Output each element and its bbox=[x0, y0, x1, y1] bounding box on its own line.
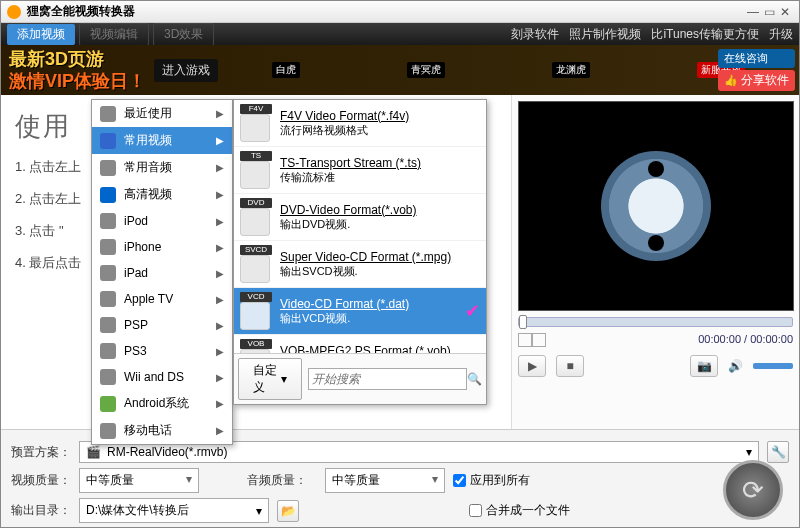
consult-button[interactable]: 在线咨询 bbox=[718, 49, 795, 68]
link-itunes[interactable]: 比iTunes传输更方便 bbox=[651, 26, 759, 43]
snapshot-button[interactable]: 📷 bbox=[690, 355, 718, 377]
chevron-down-icon: ▾ bbox=[281, 372, 287, 386]
share-button[interactable]: 👍 分享软件 bbox=[718, 70, 795, 91]
banner-line2: 激情VIP体验日！ bbox=[9, 70, 146, 92]
menu-item-ipod[interactable]: iPod▶ bbox=[92, 208, 232, 234]
open-folder-button[interactable]: 📂 bbox=[277, 500, 299, 522]
chevron-down-icon: ▾ bbox=[746, 445, 752, 459]
minimize-button[interactable]: — bbox=[745, 5, 761, 19]
menu-item-mobile[interactable]: 移动电话▶ bbox=[92, 417, 232, 444]
menu-item-psp[interactable]: PSP▶ bbox=[92, 312, 232, 338]
hd-icon bbox=[100, 187, 116, 203]
preview-panel bbox=[518, 101, 794, 311]
audio-icon bbox=[100, 160, 116, 176]
menu-item-appletv[interactable]: Apple TV▶ bbox=[92, 286, 232, 312]
chevron-down-icon: ▾ bbox=[256, 504, 262, 518]
menu-item-common-video[interactable]: 常用视频▶ bbox=[92, 127, 232, 154]
realvideo-icon: 🎬 bbox=[86, 445, 101, 459]
banner-enter-button[interactable]: 进入游戏 bbox=[154, 59, 218, 82]
appletv-icon bbox=[100, 291, 116, 307]
iphone-icon bbox=[100, 239, 116, 255]
menu-item-recent[interactable]: 最近使用▶ bbox=[92, 100, 232, 127]
settings-button[interactable]: 🔧 bbox=[767, 441, 789, 463]
close-button[interactable]: ✕ bbox=[777, 5, 793, 19]
search-icon[interactable]: 🔍 bbox=[467, 372, 482, 386]
format-menu: F4VF4V Video Format(*.f4v)流行网络视频格式 TSTS-… bbox=[233, 99, 487, 405]
ps3-icon bbox=[100, 343, 116, 359]
format-icon bbox=[240, 161, 270, 189]
video-icon bbox=[100, 133, 116, 149]
video-quality-dropdown[interactable]: 中等质量▾ bbox=[79, 468, 199, 493]
maximize-button[interactable]: ▭ bbox=[761, 5, 777, 19]
ad-banner: 最新3D页游 激情VIP体验日！ 进入游戏 白虎 青冥虎 龙渊虎 新服开放 在线… bbox=[1, 45, 799, 95]
search-input[interactable] bbox=[308, 368, 467, 390]
audio-quality-dropdown[interactable]: 中等质量▾ bbox=[325, 468, 445, 493]
convert-button[interactable]: ⟳ bbox=[723, 460, 783, 520]
ipod-icon bbox=[100, 213, 116, 229]
menu-item-iphone[interactable]: iPhone▶ bbox=[92, 234, 232, 260]
output-path-field[interactable]: D:\媒体文件\转换后▾ bbox=[79, 498, 269, 523]
toolbar: 添加视频 视频编辑 3D效果 刻录软件 照片制作视频 比iTunes传输更方便 … bbox=[1, 23, 799, 45]
menu-item-wii[interactable]: Wii and DS▶ bbox=[92, 364, 232, 390]
volume-icon[interactable]: 🔊 bbox=[728, 359, 743, 373]
beast-tag: 青冥虎 bbox=[407, 62, 445, 78]
chevron-down-icon: ▾ bbox=[186, 472, 192, 489]
stop-button[interactable]: ■ bbox=[556, 355, 584, 377]
format-item-selected[interactable]: VCDVideo-CD Format (*.dat)输出VCD视频.✔ bbox=[234, 288, 486, 335]
format-item[interactable]: TSTS-Transport Stream (*.ts)传输流标准 bbox=[234, 147, 486, 194]
wii-icon bbox=[100, 369, 116, 385]
format-item[interactable]: F4VF4V Video Format(*.f4v)流行网络视频格式 bbox=[234, 100, 486, 147]
format-item[interactable]: SVCDSuper Video-CD Format (*.mpg)输出SVCD视… bbox=[234, 241, 486, 288]
time-display: 00:00:00 / 00:00:00 bbox=[698, 333, 793, 347]
link-upgrade[interactable]: 升级 bbox=[769, 26, 793, 43]
ipad-icon bbox=[100, 265, 116, 281]
menu-item-hd-video[interactable]: 高清视频▶ bbox=[92, 181, 232, 208]
preset-label: 预置方案： bbox=[11, 444, 71, 461]
play-button[interactable]: ▶ bbox=[518, 355, 546, 377]
menu-item-ps3[interactable]: PS3▶ bbox=[92, 338, 232, 364]
android-icon bbox=[100, 396, 116, 412]
format-item[interactable]: DVDDVD-Video Format(*.vob)输出DVD视频. bbox=[234, 194, 486, 241]
mobile-icon bbox=[100, 423, 116, 439]
progress-slider[interactable] bbox=[518, 317, 793, 327]
category-menu: 最近使用▶ 常用视频▶ 常用音频▶ 高清视频▶ iPod▶ iPhone▶ iP… bbox=[91, 99, 233, 445]
vq-label: 视频质量： bbox=[11, 472, 71, 489]
format-icon bbox=[240, 114, 270, 142]
window-title: 狸窝全能视频转换器 bbox=[27, 3, 745, 20]
app-logo-icon bbox=[7, 5, 21, 19]
check-icon: ✔ bbox=[465, 300, 480, 322]
menu-item-android[interactable]: Android系统▶ bbox=[92, 390, 232, 417]
menu-item-ipad[interactable]: iPad▶ bbox=[92, 260, 232, 286]
menu-item-common-audio[interactable]: 常用音频▶ bbox=[92, 154, 232, 181]
format-icon bbox=[240, 302, 270, 330]
range-end-button[interactable] bbox=[532, 333, 546, 347]
tab-add-video[interactable]: 添加视频 bbox=[7, 24, 75, 45]
clock-icon bbox=[100, 106, 116, 122]
apply-all-checkbox[interactable]: 应用到所有 bbox=[453, 472, 530, 489]
format-icon bbox=[240, 255, 270, 283]
link-photo-video[interactable]: 照片制作视频 bbox=[569, 26, 641, 43]
psp-icon bbox=[100, 317, 116, 333]
beast-tag: 白虎 bbox=[272, 62, 300, 78]
merge-checkbox[interactable]: 合并成一个文件 bbox=[469, 502, 570, 519]
custom-button[interactable]: 自定义 ▾ bbox=[238, 358, 302, 400]
output-label: 输出目录： bbox=[11, 502, 71, 519]
link-burn[interactable]: 刻录软件 bbox=[511, 26, 559, 43]
beast-tag: 龙渊虎 bbox=[552, 62, 590, 78]
tab-3d-effect[interactable]: 3D效果 bbox=[153, 23, 214, 46]
range-start-button[interactable] bbox=[518, 333, 532, 347]
film-reel-icon bbox=[601, 151, 711, 261]
titlebar: 狸窝全能视频转换器 — ▭ ✕ bbox=[1, 1, 799, 23]
volume-slider[interactable] bbox=[753, 363, 793, 369]
chevron-down-icon: ▾ bbox=[432, 472, 438, 489]
aq-label: 音频质量： bbox=[247, 472, 317, 489]
tab-video-edit[interactable]: 视频编辑 bbox=[79, 23, 149, 46]
banner-line1: 最新3D页游 bbox=[9, 48, 146, 70]
slider-thumb[interactable] bbox=[519, 315, 527, 329]
format-icon bbox=[240, 208, 270, 236]
